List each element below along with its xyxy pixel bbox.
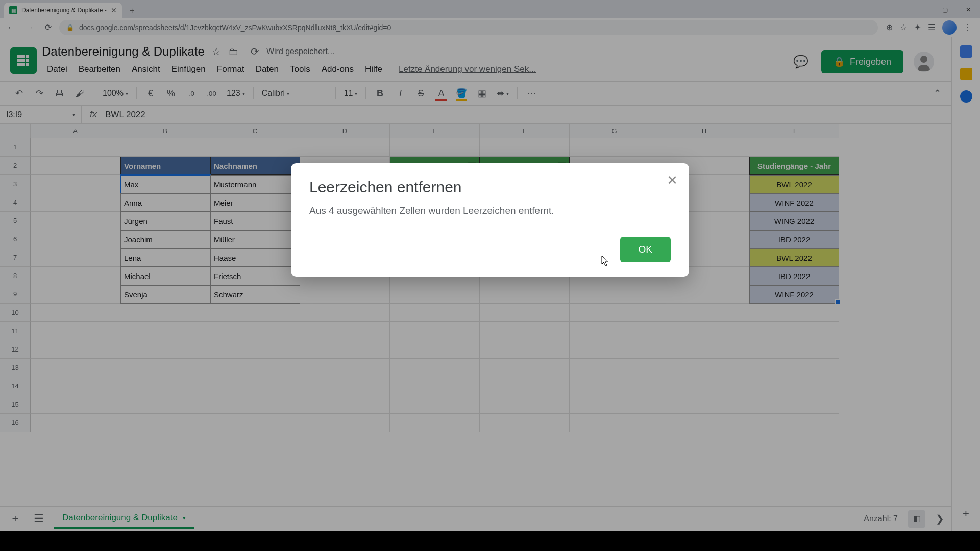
dialog: ✕ Leerzeichen entfernen Aus 4 ausgewählt… <box>291 163 689 277</box>
dialog-title: Leerzeichen entfernen <box>309 179 671 196</box>
dialog-body: Aus 4 ausgewählten Zellen wurden Leerzei… <box>309 205 671 216</box>
ok-button[interactable]: OK <box>620 237 671 262</box>
modal-overlay: ✕ Leerzeichen entfernen Aus 4 ausgewählt… <box>0 0 980 551</box>
close-dialog-icon[interactable]: ✕ <box>667 172 678 188</box>
